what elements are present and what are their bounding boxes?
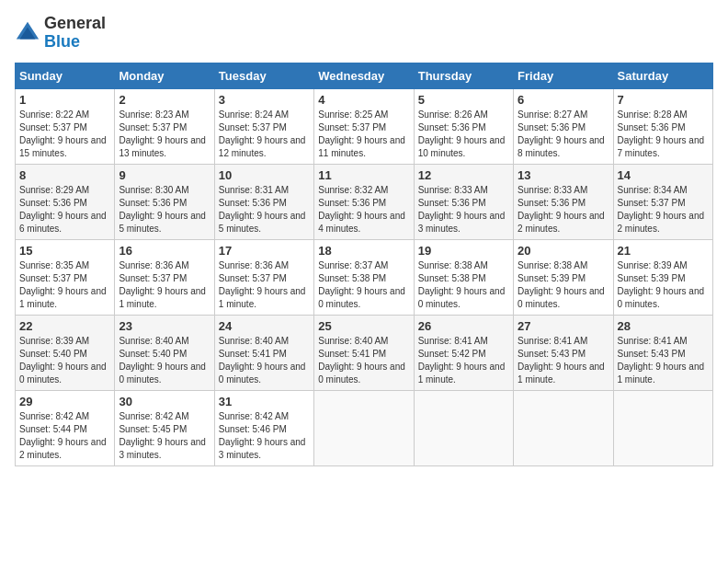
calendar-cell: 27Sunrise: 8:41 AMSunset: 5:43 PMDayligh… [514,315,613,390]
day-number: 5 [418,93,509,107]
cell-info: Sunrise: 8:36 AMSunset: 5:37 PMDaylight:… [119,259,210,311]
calendar-cell: 12Sunrise: 8:33 AMSunset: 5:36 PMDayligh… [414,164,513,239]
day-number: 1 [19,93,110,107]
cell-info: Sunrise: 8:41 AMSunset: 5:42 PMDaylight:… [418,335,509,386]
calendar-cell: 30Sunrise: 8:42 AMSunset: 5:45 PMDayligh… [115,390,214,465]
logo-icon [15,20,40,46]
cell-info: Sunrise: 8:29 AMSunset: 5:36 PMDaylight:… [19,184,110,236]
cell-info: Sunrise: 8:35 AMSunset: 5:37 PMDaylight:… [19,259,110,311]
calendar-cell [314,390,414,465]
week-row: 1Sunrise: 8:22 AMSunset: 5:37 PMDaylight… [16,88,713,164]
cell-info: Sunrise: 8:40 AMSunset: 5:40 PMDaylight:… [119,335,210,386]
day-number: 9 [119,168,210,182]
calendar-cell: 7Sunrise: 8:28 AMSunset: 5:36 PMDaylight… [613,88,712,164]
day-number: 6 [518,93,609,107]
calendar-cell: 22Sunrise: 8:39 AMSunset: 5:40 PMDayligh… [16,315,115,390]
calendar-cell: 5Sunrise: 8:26 AMSunset: 5:36 PMDaylight… [414,88,513,164]
calendar-cell: 6Sunrise: 8:27 AMSunset: 5:36 PMDaylight… [514,88,613,164]
cell-info: Sunrise: 8:41 AMSunset: 5:43 PMDaylight:… [518,335,609,386]
day-number: 31 [219,395,310,408]
cell-info: Sunrise: 8:42 AMSunset: 5:44 PMDaylight:… [19,410,110,462]
logo-general: General [44,14,106,32]
day-number: 29 [19,395,110,408]
header-row: SundayMondayTuesdayWednesdayThursdayFrid… [16,63,713,88]
day-number: 23 [119,319,210,333]
day-number: 26 [418,319,509,333]
week-row: 15Sunrise: 8:35 AMSunset: 5:37 PMDayligh… [16,239,713,315]
day-number: 17 [219,244,310,258]
cell-info: Sunrise: 8:34 AMSunset: 5:37 PMDaylight:… [618,184,709,236]
cell-info: Sunrise: 8:38 AMSunset: 5:38 PMDaylight:… [418,259,509,311]
cell-info: Sunrise: 8:42 AMSunset: 5:45 PMDaylight:… [119,410,210,462]
cell-info: Sunrise: 8:32 AMSunset: 5:36 PMDaylight:… [318,184,409,236]
day-number: 13 [518,168,609,182]
day-number: 25 [318,319,409,333]
calendar-cell: 26Sunrise: 8:41 AMSunset: 5:42 PMDayligh… [414,315,513,390]
day-number: 21 [618,244,709,258]
day-number: 3 [219,93,310,107]
day-number: 24 [219,319,310,333]
calendar-cell: 25Sunrise: 8:40 AMSunset: 5:41 PMDayligh… [314,315,414,390]
calendar-cell: 31Sunrise: 8:42 AMSunset: 5:46 PMDayligh… [214,390,313,465]
logo-blue: Blue [44,32,80,51]
calendar-cell [414,390,513,465]
cell-info: Sunrise: 8:28 AMSunset: 5:36 PMDaylight:… [618,109,709,160]
calendar-cell: 3Sunrise: 8:24 AMSunset: 5:37 PMDaylight… [214,88,313,164]
cell-info: Sunrise: 8:24 AMSunset: 5:37 PMDaylight:… [219,109,310,160]
calendar-cell: 17Sunrise: 8:36 AMSunset: 5:37 PMDayligh… [214,239,313,315]
header-cell-tuesday: Tuesday [214,63,313,88]
day-number: 16 [119,244,210,258]
cell-info: Sunrise: 8:39 AMSunset: 5:39 PMDaylight:… [618,259,709,311]
cell-info: Sunrise: 8:30 AMSunset: 5:36 PMDaylight:… [119,184,210,236]
day-number: 15 [19,244,110,258]
cell-info: Sunrise: 8:25 AMSunset: 5:37 PMDaylight:… [318,109,409,160]
calendar-cell: 10Sunrise: 8:31 AMSunset: 5:36 PMDayligh… [214,164,313,239]
cell-info: Sunrise: 8:27 AMSunset: 5:36 PMDaylight:… [518,109,609,160]
cell-info: Sunrise: 8:22 AMSunset: 5:37 PMDaylight:… [19,109,110,160]
cell-info: Sunrise: 8:39 AMSunset: 5:40 PMDaylight:… [19,335,110,386]
day-number: 4 [318,93,409,107]
day-number: 11 [318,168,409,182]
week-row: 8Sunrise: 8:29 AMSunset: 5:36 PMDaylight… [16,164,713,239]
cell-info: Sunrise: 8:40 AMSunset: 5:41 PMDaylight:… [219,335,310,386]
day-number: 19 [418,244,509,258]
calendar-cell: 19Sunrise: 8:38 AMSunset: 5:38 PMDayligh… [414,239,513,315]
day-number: 7 [618,93,709,107]
calendar-cell: 1Sunrise: 8:22 AMSunset: 5:37 PMDaylight… [16,88,115,164]
header-cell-wednesday: Wednesday [314,63,414,88]
calendar-cell [613,390,712,465]
calendar-cell: 29Sunrise: 8:42 AMSunset: 5:44 PMDayligh… [16,390,115,465]
cell-info: Sunrise: 8:23 AMSunset: 5:37 PMDaylight:… [119,109,210,160]
calendar-cell: 9Sunrise: 8:30 AMSunset: 5:36 PMDaylight… [115,164,214,239]
cell-info: Sunrise: 8:38 AMSunset: 5:39 PMDaylight:… [518,259,609,311]
calendar-cell: 20Sunrise: 8:38 AMSunset: 5:39 PMDayligh… [514,239,613,315]
calendar-cell: 13Sunrise: 8:33 AMSunset: 5:36 PMDayligh… [514,164,613,239]
calendar-cell: 18Sunrise: 8:37 AMSunset: 5:38 PMDayligh… [314,239,414,315]
cell-info: Sunrise: 8:31 AMSunset: 5:36 PMDaylight:… [219,184,310,236]
cell-info: Sunrise: 8:33 AMSunset: 5:36 PMDaylight:… [518,184,609,236]
calendar-cell: 28Sunrise: 8:41 AMSunset: 5:43 PMDayligh… [613,315,712,390]
cell-info: Sunrise: 8:26 AMSunset: 5:36 PMDaylight:… [418,109,509,160]
day-number: 12 [418,168,509,182]
header-cell-saturday: Saturday [613,63,712,88]
day-number: 10 [219,168,310,182]
day-number: 20 [518,244,609,258]
logo: General Blue [15,15,106,52]
week-row: 22Sunrise: 8:39 AMSunset: 5:40 PMDayligh… [16,315,713,390]
week-row: 29Sunrise: 8:42 AMSunset: 5:44 PMDayligh… [16,390,713,465]
day-number: 27 [518,319,609,333]
cell-info: Sunrise: 8:36 AMSunset: 5:37 PMDaylight:… [219,259,310,311]
header-cell-monday: Monday [115,63,214,88]
calendar-cell [514,390,613,465]
calendar-table: SundayMondayTuesdayWednesdayThursdayFrid… [15,63,713,466]
calendar-cell: 15Sunrise: 8:35 AMSunset: 5:37 PMDayligh… [16,239,115,315]
day-number: 2 [119,93,210,107]
day-number: 18 [318,244,409,258]
page-header: General Blue [15,15,713,52]
day-number: 22 [19,319,110,333]
calendar-cell: 23Sunrise: 8:40 AMSunset: 5:40 PMDayligh… [115,315,214,390]
header-cell-thursday: Thursday [414,63,513,88]
calendar-cell: 8Sunrise: 8:29 AMSunset: 5:36 PMDaylight… [16,164,115,239]
day-number: 28 [618,319,709,333]
header-cell-sunday: Sunday [16,63,115,88]
